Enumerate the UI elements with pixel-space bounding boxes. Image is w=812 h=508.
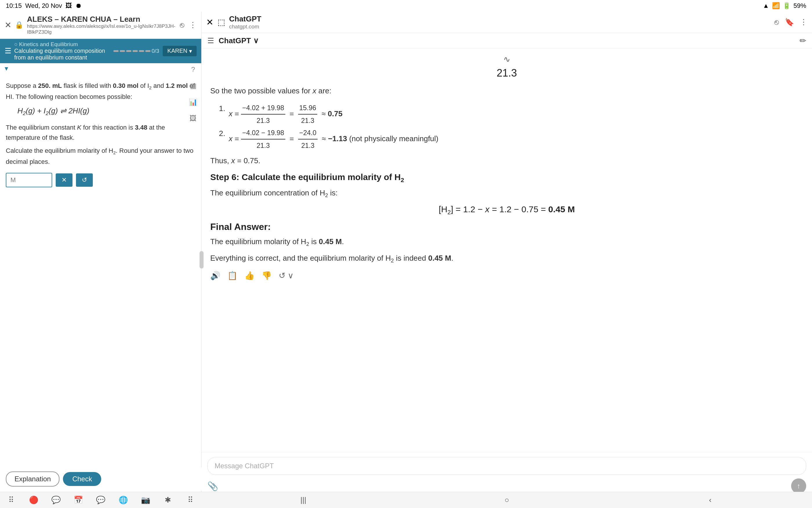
dot-6 xyxy=(145,50,151,52)
taskbar-app2[interactable]: 💬 xyxy=(47,494,65,506)
aleks-close-icon[interactable]: ✕ xyxy=(5,20,11,30)
android-nav-right: ||| ○ ‹ xyxy=(202,492,812,508)
status-left: 10:15 Wed, 20 Nov 🖼 ⏺ xyxy=(6,2,82,9)
nav-home-icon[interactable]: ○ xyxy=(498,494,515,506)
bottom-action-bar: Explanation Check xyxy=(0,467,202,491)
taskbar-app5[interactable]: 🌐 xyxy=(115,494,132,506)
karen-button[interactable]: KAREN ▾ xyxy=(163,46,197,56)
step-6-heading: Step 6: Calculate the equilibrium molari… xyxy=(210,172,803,183)
math-display-213: 21.3 xyxy=(210,67,803,79)
share-icon[interactable]: ⎋ xyxy=(180,20,184,30)
send-button[interactable]: ↑ xyxy=(791,478,806,494)
dot-2 xyxy=(120,50,125,52)
progress-text: 0/3 xyxy=(152,48,159,54)
aleks-lock-icon: 🔒 xyxy=(15,21,24,29)
more-icon[interactable]: ⋮ xyxy=(189,20,197,30)
chatgpt-close-icon[interactable]: ✕ xyxy=(206,17,213,27)
taskbar-app7[interactable]: ✱ xyxy=(159,494,177,506)
chatgpt-title-block: ChatGPT chatgpt.com xyxy=(229,14,261,30)
equilibrium-info: The equilibrium constant K for this reac… xyxy=(6,122,196,143)
thumbs-up-icon[interactable]: 👍 xyxy=(245,271,255,281)
chatgpt-edit-icon[interactable]: ✏ xyxy=(800,36,806,45)
aleks-chevron-down[interactable]: ▾ xyxy=(0,63,201,74)
side-icons: ? ▦ 📊 🖼 xyxy=(187,64,199,124)
final-answer-text-1: The equilibrium molarity of H2 is 0.45 M… xyxy=(210,236,803,249)
final-answer-text-2: Everything is correct, and the equilibri… xyxy=(210,252,803,265)
android-taskbar-left: ⠿ 🔴 💬 📅 💬 🌐 📷 ✱ ⠿ xyxy=(0,492,202,508)
refresh-icon[interactable]: ↺ ∨ xyxy=(279,271,294,281)
taskbar-app3[interactable]: 📅 xyxy=(70,494,87,506)
chatgpt-compare-icon[interactable]: ⬚ xyxy=(217,17,225,27)
math-list-item-1: 1. x = −4.02 + 19.98 21.3 = 15.96 21.3 ≈ xyxy=(219,102,803,127)
chart-icon[interactable]: 📊 xyxy=(187,96,199,108)
attach-button[interactable]: 📎 xyxy=(207,481,218,491)
chatgpt-model-dropdown[interactable]: ChatGPT ∨ xyxy=(219,36,259,45)
chatgpt-share-browser-icon[interactable]: ⎋ xyxy=(774,18,779,27)
feedback-icons: 🔊 📋 👍 👎 ↺ ∨ xyxy=(210,271,803,281)
battery-icon: 🔋 xyxy=(783,2,790,9)
status-time: 10:15 xyxy=(6,2,22,9)
question-text: Calculate the equilibrium molarity of H2… xyxy=(6,145,196,167)
volume-icon[interactable]: 🔊 xyxy=(210,271,220,281)
equilibrium-concentration-text: The equilibrium concentration of H2 is: xyxy=(210,187,803,200)
status-bar: 10:15 Wed, 20 Nov 🖼 ⏺ ▲ 📶 🔋 59% xyxy=(0,0,812,12)
chatgpt-input-placeholder: Message ChatGPT xyxy=(215,462,274,470)
math-solutions-list: 1. x = −4.02 + 19.98 21.3 = 15.96 21.3 ≈ xyxy=(219,102,803,152)
chatgpt-panel: ✕ ⬚ ChatGPT chatgpt.com ⎋ 🔖 ⋮ ☰ ChatGPT … xyxy=(202,12,812,508)
aleks-panel: ✕ 🔒 ALEKS – KAREN CHUA – Learn https://w… xyxy=(0,12,202,508)
chatgpt-top-bar: ☰ ChatGPT ∨ ✏ xyxy=(202,33,812,49)
image-icon[interactable]: 🖼 xyxy=(187,113,199,124)
karen-chevron: ▾ xyxy=(189,48,192,54)
continuation-indicator: ∿ xyxy=(210,54,803,64)
aleks-topic: Calculating equilibrium composition from… xyxy=(14,48,114,61)
explanation-button[interactable]: Explanation xyxy=(6,471,59,486)
math-list-item-2: 2. x = −4.02 − 19.98 21.3 = −24.0 21.3 ≈ xyxy=(219,127,803,152)
check-button[interactable]: Check xyxy=(63,472,101,486)
taskbar-app8[interactable]: ⠿ xyxy=(181,494,199,506)
battery-percent: 59% xyxy=(794,2,806,9)
chatgpt-browser-left: ✕ ⬚ ChatGPT chatgpt.com xyxy=(206,14,261,30)
dot-4 xyxy=(132,50,138,52)
taskbar-app1[interactable]: 🔴 xyxy=(25,494,42,506)
reaction-equation: H2(g) + I2(g) ⇌ 2HI(g) xyxy=(17,107,196,117)
chatgpt-top-left: ☰ ChatGPT ∨ xyxy=(207,36,259,45)
karen-label: KAREN xyxy=(167,48,187,54)
chatgpt-bookmark-icon[interactable]: 🔖 xyxy=(785,18,794,27)
chatgpt-url: chatgpt.com xyxy=(229,24,261,30)
hamburger-icon[interactable]: ☰ xyxy=(207,36,214,45)
aleks-nav-left: ☰ ○ Kinetics and Equilibrium Calculating… xyxy=(5,41,114,61)
signal-icon: ▲ xyxy=(763,2,769,9)
help-icon[interactable]: ? xyxy=(187,64,199,75)
calculator-icon[interactable]: ▦ xyxy=(187,80,199,92)
record-icon: ⏺ xyxy=(75,2,82,9)
chatgpt-input-box[interactable]: Message ChatGPT xyxy=(207,457,806,475)
answer-area: ✕ ↺ xyxy=(6,173,196,187)
photo-icon: 🖼 xyxy=(66,2,72,9)
panel-drag-handle[interactable] xyxy=(200,251,204,268)
taskbar-app4[interactable]: 💬 xyxy=(92,494,109,506)
answer-input[interactable] xyxy=(6,173,52,187)
progress-dots: 0/3 xyxy=(114,48,159,54)
aleks-url: https://www.awy.aleks.com/alekscgi/x/Isl… xyxy=(27,24,180,35)
nav-menu-icon[interactable]: ||| xyxy=(295,494,312,506)
clear-button[interactable]: ✕ xyxy=(56,173,73,187)
menu-icon[interactable]: ☰ xyxy=(5,46,11,55)
list-number-1: 1. xyxy=(219,102,225,127)
aleks-nav: ☰ ○ Kinetics and Equilibrium Calculating… xyxy=(0,39,201,63)
refresh-button[interactable]: ↺ xyxy=(76,173,93,187)
chatgpt-messages: ∿ 21.3 So the two possible values for x … xyxy=(202,49,812,452)
chatgpt-text-1: So the two possible values for x are: xyxy=(210,85,803,97)
taskbar-app6[interactable]: 📷 xyxy=(137,494,154,506)
apps-grid-icon[interactable]: ⠿ xyxy=(3,494,20,506)
thus-text: Thus, x = 0.75. xyxy=(210,156,803,165)
chatgpt-model-label: ChatGPT xyxy=(219,36,251,45)
chatgpt-dropdown-arrow: ∨ xyxy=(253,36,259,45)
chatgpt-more-icon[interactable]: ⋮ xyxy=(800,18,807,27)
main-container: ✕ 🔒 ALEKS – KAREN CHUA – Learn https://w… xyxy=(0,12,812,508)
thumbs-down-icon[interactable]: 👎 xyxy=(262,271,272,281)
copy-icon[interactable]: 📋 xyxy=(227,271,238,281)
chatgpt-input-row: 📎 ↑ xyxy=(207,478,806,494)
nav-back-icon[interactable]: ‹ xyxy=(701,494,719,506)
list-number-2: 2. xyxy=(219,127,225,152)
chatgpt-title: ChatGPT xyxy=(229,14,261,24)
